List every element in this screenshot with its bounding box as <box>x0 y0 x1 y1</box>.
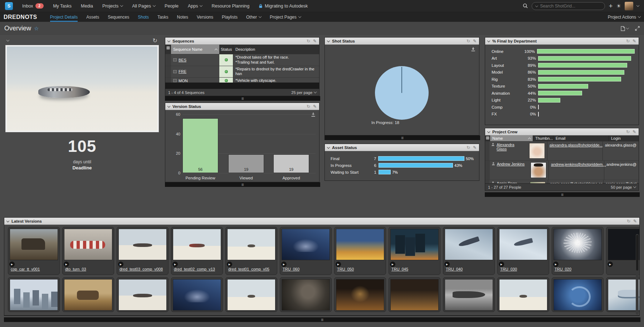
thumb-hangar-amber[interactable] <box>336 279 384 311</box>
edit-icon[interactable]: ✎ <box>473 145 477 150</box>
version-card[interactable] <box>334 277 386 312</box>
version-card[interactable]: ▶TRU_020 <box>552 227 604 275</box>
tab-other[interactable]: Other <box>246 12 261 22</box>
thumb-ship-pale[interactable] <box>608 279 639 311</box>
version-card[interactable]: ▶dto_turn_03 <box>62 227 114 275</box>
version-card[interactable] <box>552 277 604 312</box>
sequences-per-page-select[interactable]: 25 per page <box>291 90 316 95</box>
asset-status-bar[interactable] <box>379 163 453 168</box>
version-card[interactable]: ▶dred_test03_comp_v008 <box>117 227 169 275</box>
select-all-checkbox[interactable] <box>486 136 489 140</box>
thumb-hangar-amber2[interactable] <box>390 279 439 311</box>
dept-bar[interactable] <box>538 112 539 117</box>
tab-project-details[interactable]: Project Details <box>50 12 78 22</box>
nav-resource-planning[interactable]: Resource Planning <box>211 4 249 9</box>
version-card[interactable] <box>225 277 277 312</box>
column-login[interactable]: Login <box>609 135 639 141</box>
version-card[interactable] <box>389 277 440 312</box>
crew-row[interactable]: Alexandra Glassalexandra.glass@shotgridd… <box>485 141 639 160</box>
dept-bar[interactable] <box>538 70 624 75</box>
version-card[interactable]: ▶cop_car_tt_v001 <box>8 227 60 275</box>
status-cell[interactable] <box>219 54 233 66</box>
versions-scrollbar[interactable] <box>636 234 639 314</box>
tab-assets[interactable]: Assets <box>86 12 99 22</box>
thumb-salt-flat[interactable] <box>227 279 275 311</box>
version-card[interactable]: ▶TRU_060 <box>280 227 332 275</box>
version-name-link[interactable]: TRU_050 <box>337 267 354 271</box>
collapse-chevron-icon[interactable] <box>487 130 490 133</box>
dept-bar[interactable] <box>538 91 582 95</box>
brightness-icon[interactable]: ☀ <box>616 3 621 9</box>
sequence-row[interactable]: FRE*Repairs to drednot by the dredCrawle… <box>165 66 319 78</box>
thumb-dark[interactable] <box>608 229 639 260</box>
tab-versions[interactable]: Versions <box>197 12 213 22</box>
nav-my-tasks[interactable]: My Tasks <box>53 4 72 9</box>
version-card[interactable] <box>606 277 639 312</box>
resize-handle[interactable]: ≡ <box>485 192 640 197</box>
crew-email-link[interactable]: andrew.jenkins@shotgriddem... <box>551 162 606 167</box>
version-card[interactable]: ▶dred_test02_comp_v13 <box>171 227 223 275</box>
nav-migrating-to-autodesk[interactable]: Migrating to Autodesk <box>259 4 308 9</box>
play-icon[interactable]: ▶ <box>390 262 395 267</box>
resize-handle[interactable]: ≡ <box>165 96 320 101</box>
collapse-chevron-icon[interactable] <box>487 39 490 42</box>
expand-icon[interactable] <box>635 26 640 31</box>
search-scope-chevron-icon[interactable] <box>535 4 538 7</box>
edit-icon[interactable]: ✎ <box>633 219 637 224</box>
version-name-link[interactable]: dred_test01_comp_v05 <box>228 267 269 271</box>
thumb-jet-clouds[interactable] <box>445 229 493 260</box>
refresh-icon[interactable]: ↻ <box>307 39 310 44</box>
refresh-icon[interactable]: ↻ <box>153 37 157 44</box>
version-card[interactable] <box>280 277 332 312</box>
version-card[interactable] <box>497 277 549 312</box>
crew-per-page-select[interactable]: 50 per page <box>611 185 636 189</box>
column-name[interactable]: Name <box>490 135 533 141</box>
play-icon[interactable]: ▶ <box>64 262 69 267</box>
user-avatar[interactable] <box>625 2 633 10</box>
thumb-city-dusk[interactable] <box>173 279 221 311</box>
asset-status-bar[interactable] <box>378 156 464 161</box>
project-actions-button[interactable]: Project Actions <box>608 15 640 20</box>
status-cell[interactable] <box>219 66 233 78</box>
refresh-icon[interactable]: ↻ <box>467 145 470 150</box>
nav-apps[interactable]: Apps <box>188 4 203 9</box>
resize-handle[interactable]: ≡ <box>165 182 320 187</box>
play-icon[interactable]: ▶ <box>336 262 341 267</box>
dept-bar[interactable] <box>538 105 539 109</box>
thumb-salt-flat-dark[interactable] <box>118 229 167 260</box>
thumb-salt-flat[interactable] <box>499 279 547 311</box>
bar-pending-review[interactable]: 56 <box>182 118 218 173</box>
thumb-desert-rig[interactable] <box>10 229 58 260</box>
play-icon[interactable]: ▶ <box>608 262 613 267</box>
crew-name-link[interactable]: Andrew Jenkins <box>497 162 525 166</box>
nav-inbox[interactable]: Inbox 2 <box>22 3 44 9</box>
play-icon[interactable]: ▶ <box>227 262 232 267</box>
create-plus-button[interactable]: + <box>609 3 613 9</box>
version-card[interactable] <box>8 277 60 312</box>
thumb-highway-gold[interactable] <box>336 229 384 260</box>
play-icon[interactable]: ▶ <box>281 262 287 267</box>
collapse-chevron-icon[interactable] <box>167 39 170 42</box>
refresh-icon[interactable]: ↻ <box>467 39 470 44</box>
version-name-link[interactable]: dred_test02_comp_v13 <box>174 267 215 271</box>
collapse-chevron-icon[interactable] <box>327 145 330 148</box>
dept-bar[interactable] <box>537 49 635 54</box>
edit-icon[interactable]: ✎ <box>313 104 317 109</box>
dept-bar[interactable] <box>538 63 627 68</box>
thumb-jet-clouds-light[interactable] <box>499 229 547 260</box>
thumb-desert-truck[interactable] <box>64 279 112 311</box>
dept-bar[interactable] <box>538 84 588 89</box>
column-description[interactable]: Description <box>233 45 319 54</box>
thumb-starburst[interactable] <box>553 229 602 260</box>
version-name-link[interactable]: TRU_045 <box>391 267 408 271</box>
version-card[interactable]: ▶TRU_050 <box>334 227 386 275</box>
version-name-link[interactable]: dred_test03_comp_v008 <box>119 267 163 271</box>
crew-name-link[interactable]: Alexandra Glass <box>497 143 525 151</box>
download-icon[interactable] <box>471 47 475 51</box>
collapse-chevron-icon[interactable] <box>6 38 9 41</box>
dept-bar[interactable] <box>538 77 621 81</box>
thumb-salt-flat[interactable] <box>227 229 275 260</box>
collapse-chevron-icon[interactable] <box>6 219 9 222</box>
thumb-city-dusk[interactable] <box>282 229 330 260</box>
refresh-icon[interactable]: ↻ <box>307 104 310 109</box>
